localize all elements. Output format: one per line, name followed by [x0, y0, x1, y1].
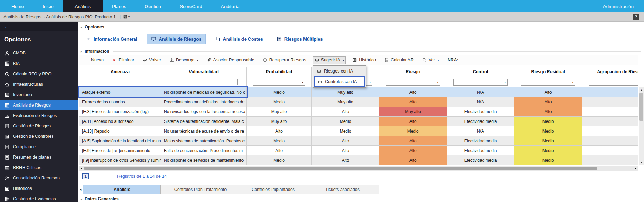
- risk-row-6[interactable]: [A.5] Suplantación de la identidad del u…: [79, 136, 638, 146]
- column-header-riesgo[interactable]: Riesgo: [379, 67, 447, 77]
- nav-item-planes[interactable]: Planes: [103, 0, 135, 12]
- risk-row-1[interactable]: Ataque externoNo disponer de medidas de …: [79, 87, 638, 97]
- filter-select-control[interactable]: ▾: [453, 79, 508, 86]
- nueva-button[interactable]: Nueva: [83, 56, 105, 64]
- bottom-tabs: AnálisisControles Plan TratamientoContro…: [83, 185, 638, 194]
- chevron-down-icon: ▾: [302, 81, 303, 84]
- nav-item-gestion[interactable]: Gestión: [135, 0, 170, 12]
- scroll-down-arrow-icon[interactable]: ▼: [639, 160, 644, 165]
- menu-item-riesgos-con-ia[interactable]: Riesgos con IA: [314, 66, 365, 76]
- sidebar-item-label: RRHH Críticos: [13, 165, 41, 170]
- column-header-amenaza[interactable]: Amenaza: [79, 67, 161, 77]
- calcular-ar-button[interactable]: Calcular AR: [382, 56, 415, 64]
- sidebar-item-gestion-de-evidencias[interactable]: Gestión de Evidencias: [0, 194, 78, 202]
- nav-item-auditoria[interactable]: Auditoría: [211, 0, 249, 12]
- sidebar-item-compliance[interactable]: Compliance: [0, 142, 78, 152]
- sidebar-item-label: Cálculo RTO y RPO: [13, 71, 51, 76]
- tab-informacion-general[interactable]: Información General: [81, 34, 142, 44]
- sidebar-item-cmdb[interactable]: CMDB: [0, 48, 78, 58]
- eliminar-button[interactable]: Eliminar: [110, 56, 136, 64]
- sidebar-item-resumen-de-planes[interactable]: Resumen de planes: [0, 152, 78, 162]
- risk-row-3[interactable]: [E.3] Errores de monitorización (log)No …: [79, 107, 638, 117]
- risk-row-5[interactable]: [A.13] RepudioNo usar técnicas de acuse …: [79, 126, 638, 136]
- sidebar-item-bia[interactable]: BIA: [0, 58, 78, 69]
- horizontal-scroll-thumb[interactable]: [84, 167, 597, 170]
- sidebar-item-inventario[interactable]: Inventario: [0, 90, 78, 100]
- nav-item-administracion[interactable]: Administración: [592, 0, 644, 12]
- main-nav: HomeInicioAnálisisPlanesGestiónScoreCard…: [2, 0, 249, 12]
- bottom-tab-controles-plan-tratamiento[interactable]: Controles Plan Tratamiento: [161, 185, 240, 194]
- sidebar-back-button[interactable]: ←: [0, 22, 78, 31]
- recuperar-riesgos-button[interactable]: Recuperar Riesgos: [261, 56, 308, 64]
- sidebar-item-evaluacion-de-riesgos[interactable]: Evaluación de Riesgos: [0, 110, 78, 121]
- help-icon[interactable]: ?: [633, 14, 639, 20]
- scroll-left-arrow-icon[interactable]: ◄: [79, 167, 84, 170]
- filter-input-amenaza[interactable]: [88, 79, 152, 85]
- cell-vulnerabilidad: No revisar los logs con la frecuencia ne…: [161, 107, 247, 117]
- collapse-arrow-icon[interactable]: [81, 196, 82, 201]
- cell-impacto: Muy alto: [312, 97, 379, 107]
- bottom-tab-controles-implantados[interactable]: Controles Implantados: [240, 185, 306, 194]
- button-label: Sugerir IA: [321, 58, 341, 62]
- risk-row-7[interactable]: [E.9] Errores de [re-]encaminamientoFalt…: [79, 146, 638, 155]
- volver-button[interactable]: Volver: [141, 56, 163, 64]
- cell-probabilidad: Muy alto: [247, 117, 312, 126]
- column-header-riesgo-residual[interactable]: Riesgo Residual: [514, 67, 582, 77]
- menu-item-controles-con-ia[interactable]: Controles con IA: [314, 76, 365, 87]
- page-1-button[interactable]: 1: [82, 173, 89, 179]
- sidebar-item-label: Consolidación Recursos: [13, 176, 60, 180]
- collapse-arrow-icon[interactable]: [81, 25, 82, 30]
- filter-input-vulnerabilidad[interactable]: [170, 79, 238, 85]
- sidebar-item-calculo-rto-y-rpo[interactable]: Cálculo RTO y RPO: [0, 69, 78, 79]
- section-header-informacion: Información: [81, 49, 641, 54]
- list-caret-icon[interactable]: ▾: [123, 15, 130, 19]
- cell-vulnerabilidad: No usar técnicas de acuse de envío o de …: [161, 126, 247, 136]
- bottom-tabs-bar: ◄ AnálisisControles Plan TratamientoCont…: [79, 185, 638, 194]
- sidebar-item-rrhh-criticos[interactable]: RRHH Críticos: [0, 162, 78, 173]
- cell-agrupacion-de-riesgo: [582, 117, 638, 126]
- bottom-tab-analisis[interactable]: Análisis: [83, 185, 161, 194]
- cell-impacto: Muy alto: [312, 87, 379, 97]
- collapse-arrow-icon[interactable]: [81, 49, 82, 54]
- scroll-right-arrow-icon[interactable]: ►: [633, 167, 638, 170]
- tab-label: Análisis de Costes: [223, 36, 263, 42]
- sidebar-item-gestion-de-controles[interactable]: Gestión de Controles: [0, 131, 78, 142]
- sidebar-item-historicos[interactable]: Históricos: [0, 183, 78, 194]
- cell-probabilidad: Alto: [247, 146, 312, 155]
- nav-item-analisis[interactable]: Análisis: [63, 0, 103, 12]
- nav-item-scorecard[interactable]: ScoreCard: [170, 0, 212, 12]
- column-header-vulnerabilidad[interactable]: Vulnerabilidad: [161, 67, 247, 77]
- descarga-button[interactable]: Descarga▾: [168, 56, 200, 64]
- bottom-tab-tickets-asociados[interactable]: Tickets asociados: [306, 185, 379, 194]
- ver-button[interactable]: Ver▾: [420, 56, 441, 64]
- nav-item-inicio[interactable]: Inicio: [33, 0, 63, 12]
- tab-analisis-de-riesgos[interactable]: Análisis de Riesgos: [147, 34, 206, 44]
- filter-select-agrupacion-de-riesgo[interactable]: ▾: [589, 79, 638, 86]
- filter-select-riesgo[interactable]: ▾: [386, 79, 440, 86]
- cell-agrupacion-de-riesgo: [582, 97, 638, 107]
- vertical-scroll-thumb[interactable]: [639, 93, 643, 121]
- column-header-probabilidad[interactable]: Probabilidad: [247, 67, 312, 77]
- nav-item-home[interactable]: Home: [2, 0, 33, 12]
- sidebar-item-consolidacion-recursos[interactable]: Consolidación Recursos: [0, 173, 78, 183]
- sidebar-item-gestion-de-riesgos[interactable]: Gestión de Riesgos: [0, 121, 78, 131]
- robot-icon: [315, 58, 319, 62]
- risk-row-8[interactable]: [I.9] Interrupción de otros Servicios y …: [79, 155, 638, 165]
- sidebar-item-analisis-de-riesgos[interactable]: Análisis de Riesgos: [0, 100, 78, 110]
- tab-riesgos-multiples[interactable]: Riesgos Múltiples: [272, 34, 327, 44]
- scroll-up-arrow-icon[interactable]: ▲: [639, 87, 644, 92]
- column-header-control[interactable]: Control: [447, 67, 514, 77]
- filter-select-riesgo-residual[interactable]: ▾: [521, 79, 575, 86]
- risk-row-4[interactable]: [A.11] Acceso no autorizadoSistema de au…: [79, 117, 638, 126]
- historico-button[interactable]: Histórico: [351, 56, 378, 64]
- column-header-agrupacion-de-riesgo[interactable]: Agrupación de Riesgo: [582, 67, 638, 77]
- asociar-responsable-button[interactable]: Asociar Responsable: [205, 56, 256, 64]
- risk-row-2[interactable]: Errores de los usuariosProcedimientos ma…: [79, 97, 638, 107]
- filter-select-probabilidad[interactable]: ▾: [253, 79, 305, 86]
- breadcrumb-section[interactable]: Análisis de Riesgos: [3, 15, 41, 19]
- sugerir-ia-button[interactable]: Sugerir IA▾: [313, 56, 346, 64]
- tab-analisis-de-costes[interactable]: Análisis de Costes: [211, 34, 267, 44]
- sidebar-item-infraestructuras[interactable]: Infraestructuras: [0, 79, 78, 90]
- tabs-scroll-left-arrow-icon[interactable]: ◄: [79, 188, 83, 191]
- pagination: 1 Registros de 1 a 14 de 14: [82, 173, 167, 179]
